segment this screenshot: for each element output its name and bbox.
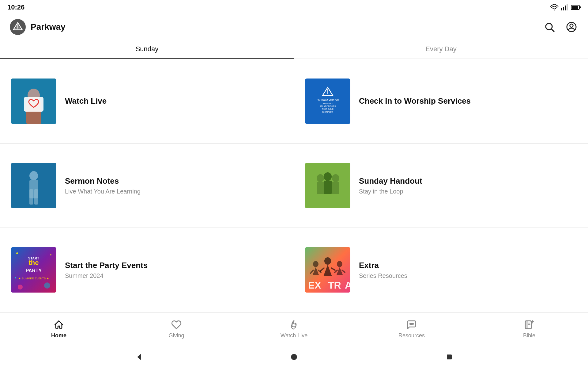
nav-bible-label: Bible xyxy=(523,332,535,339)
svg-rect-34 xyxy=(317,182,324,194)
nav-item-home[interactable]: Home xyxy=(0,312,118,346)
system-nav xyxy=(0,346,588,368)
list-item[interactable]: START the PARTY ★ SUMMER EVENTS ★ Start … xyxy=(0,228,294,312)
nav-resources-label: Resources xyxy=(398,332,425,339)
svg-point-56 xyxy=(337,261,342,267)
svg-rect-65 xyxy=(525,321,531,329)
nav-home-label: Home xyxy=(51,332,66,339)
list-item[interactable]: Sunday Handout Stay in the Loop xyxy=(294,144,588,228)
tabs: Sunday Every Day xyxy=(0,39,588,59)
nav-item-resources[interactable]: Resources xyxy=(353,312,470,346)
status-time: 10:26 xyxy=(7,3,24,11)
check-in-title: Check In to Worship Services xyxy=(359,96,577,106)
svg-point-33 xyxy=(317,174,324,182)
wifi-icon xyxy=(550,4,559,10)
handout-thumb xyxy=(305,163,350,208)
sermon-bg xyxy=(11,163,56,208)
svg-point-62 xyxy=(410,324,411,324)
check-in-bg: PARKWAY CHURCH BUILDING RELATIONSHIPS TH… xyxy=(305,82,350,120)
svg-point-42 xyxy=(15,277,16,278)
recents-icon xyxy=(446,353,453,361)
home-circle-icon xyxy=(290,353,298,361)
bottom-nav: Home Giving Watch Live Resources xyxy=(0,312,588,346)
extra-title: Extra xyxy=(359,260,577,271)
bible-icon xyxy=(524,320,534,330)
profile-icon xyxy=(566,21,577,33)
list-item[interactable]: PARKWAY CHURCH BUILDING RELATIONSHIPS TH… xyxy=(294,59,588,144)
profile-button[interactable] xyxy=(565,20,578,34)
search-button[interactable] xyxy=(543,20,556,34)
svg-rect-7 xyxy=(580,6,581,8)
sermon-thumb xyxy=(11,163,56,208)
watch-live-thumb xyxy=(11,79,56,124)
svg-rect-31 xyxy=(34,189,38,205)
svg-point-50 xyxy=(313,261,318,267)
back-button[interactable] xyxy=(133,351,145,363)
svg-rect-36 xyxy=(324,181,332,194)
svg-point-48 xyxy=(44,282,50,289)
handout-title: Sunday Handout xyxy=(359,176,577,186)
tab-everyday[interactable]: Every Day xyxy=(294,39,588,59)
svg-point-63 xyxy=(411,324,412,324)
svg-text:PARTY: PARTY xyxy=(25,268,42,273)
svg-text:EX: EX xyxy=(308,280,321,291)
list-item[interactable]: Sermon Notes Live What You Are Learning xyxy=(0,144,294,228)
extra-info: Extra Series Resources xyxy=(359,260,577,280)
watch-live-info: Watch Live xyxy=(65,96,283,106)
svg-point-53 xyxy=(324,257,331,265)
svg-point-40 xyxy=(16,252,18,254)
nav-watchlive-label: Watch Live xyxy=(281,332,307,339)
nav-item-bible[interactable]: Bible xyxy=(470,312,588,346)
svg-point-35 xyxy=(324,172,332,181)
recents-button[interactable] xyxy=(443,351,455,363)
svg-text:BUILDING: BUILDING xyxy=(323,102,333,105)
svg-rect-18 xyxy=(24,97,43,112)
status-bar: 10:26 xyxy=(0,0,588,15)
watch-live-bg xyxy=(11,79,56,124)
svg-point-14 xyxy=(570,24,573,27)
svg-text:the: the xyxy=(29,259,39,266)
watch-live-title: Watch Live xyxy=(65,96,283,106)
flame-icon xyxy=(289,320,299,330)
svg-point-0 xyxy=(554,10,555,10)
home-button[interactable] xyxy=(288,351,300,363)
handout-bg xyxy=(305,163,350,208)
handout-subtitle: Stay in the Loop xyxy=(359,188,577,195)
svg-text:THAT BUILD: THAT BUILD xyxy=(322,108,334,110)
back-icon xyxy=(134,352,143,362)
chat-icon xyxy=(406,320,417,330)
heart-icon xyxy=(171,320,182,330)
battery-icon xyxy=(571,5,581,10)
svg-rect-2 xyxy=(563,7,564,10)
grid: Watch Live PARKWAY CHURCH BUILDING RELAT… xyxy=(0,59,588,312)
svg-text:TR: TR xyxy=(328,280,341,291)
svg-rect-1 xyxy=(561,8,562,10)
check-in-info: Check In to Worship Services xyxy=(359,96,577,106)
svg-point-28 xyxy=(29,171,38,180)
svg-text:PARKWAY CHURCH: PARKWAY CHURCH xyxy=(317,98,339,101)
nav-item-watch-live[interactable]: Watch Live xyxy=(235,312,353,346)
svg-point-72 xyxy=(291,354,297,360)
party-bg: START the PARTY ★ SUMMER EVENTS ★ xyxy=(11,247,56,293)
nav-item-giving[interactable]: Giving xyxy=(118,312,235,346)
search-icon xyxy=(544,21,555,33)
main-content: Parkway Sunday Every Day xyxy=(0,15,588,368)
svg-rect-73 xyxy=(447,355,452,359)
svg-rect-4 xyxy=(567,4,568,10)
svg-point-64 xyxy=(413,324,413,324)
svg-point-47 xyxy=(18,285,23,289)
tab-sunday[interactable]: Sunday xyxy=(0,39,294,59)
list-item[interactable]: Watch Live xyxy=(0,59,294,144)
app-title: Parkway xyxy=(31,22,66,32)
party-title: Start the Party Events xyxy=(65,260,283,271)
app-logo xyxy=(10,19,26,35)
svg-marker-71 xyxy=(137,354,141,360)
app-bar-left: Parkway xyxy=(10,19,66,35)
list-item[interactable]: EX TR A Extra Series Resources xyxy=(294,228,588,312)
svg-text:RELATIONSHIPS: RELATIONSHIPS xyxy=(319,105,336,107)
check-in-thumb: PARKWAY CHURCH BUILDING RELATIONSHIPS TH… xyxy=(305,79,350,124)
home-icon xyxy=(54,320,64,330)
svg-text:A: A xyxy=(345,280,350,291)
svg-line-12 xyxy=(552,29,554,31)
app-bar-right xyxy=(543,20,578,34)
